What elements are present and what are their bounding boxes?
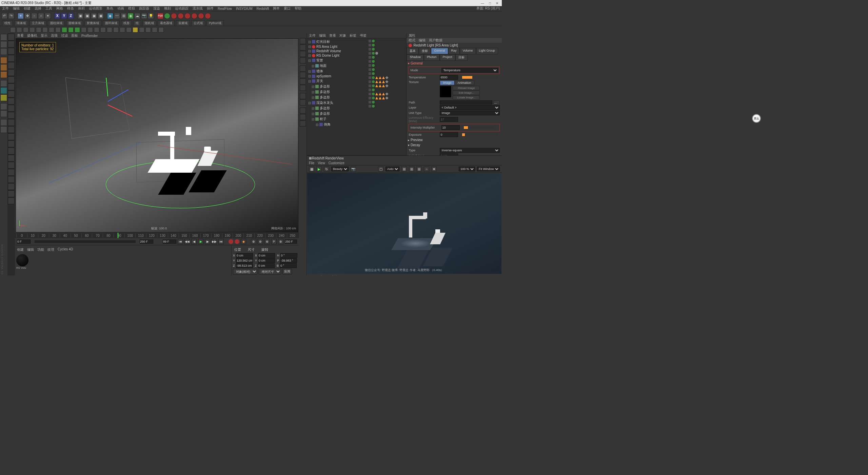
preview-header[interactable]: ▸ Preview: [408, 137, 500, 142]
mat-menu-编辑[interactable]: 编辑: [27, 247, 34, 252]
locked-workplane[interactable]: [0, 103, 7, 110]
s2[interactable]: [17, 27, 22, 33]
t14[interactable]: [8, 126, 15, 133]
opt7-button[interactable]: [205, 13, 211, 19]
camera-tool[interactable]: 📷: [141, 13, 147, 19]
vp-menu-显示[interactable]: 显示: [41, 33, 47, 38]
s4[interactable]: [29, 27, 35, 33]
t15[interactable]: [8, 133, 15, 140]
hier-item-2[interactable]: ⊟Redshift Volume: [308, 49, 367, 53]
prev-frame[interactable]: ◀: [191, 239, 197, 244]
s5[interactable]: [36, 27, 41, 33]
palette-圆锥体域[interactable]: 圆锥体域: [66, 20, 83, 26]
viewport-3d[interactable]: Number of emitters: 1 Total live particl…: [16, 38, 298, 232]
minimize-icon[interactable]: —: [481, 1, 484, 5]
temp-input[interactable]: [440, 75, 458, 80]
goto-start[interactable]: ⏮: [178, 239, 183, 244]
temp-slider[interactable]: [462, 76, 497, 79]
menu-工具[interactable]: 工具: [45, 6, 52, 11]
maximize-icon[interactable]: □: [489, 1, 491, 5]
menu-模拟[interactable]: 模拟: [128, 6, 135, 11]
decay-type-select[interactable]: Inverse-square: [440, 148, 500, 153]
palette-公式域[interactable]: 公式域: [191, 20, 205, 26]
t2[interactable]: [8, 41, 15, 48]
opt2-button[interactable]: [171, 13, 177, 19]
menu-网格[interactable]: 网格: [56, 6, 63, 11]
rv-crop[interactable]: ▢: [378, 166, 383, 172]
pla-key[interactable]: ⊕: [278, 239, 283, 244]
menu-文件[interactable]: 文件: [2, 6, 9, 11]
coord-apply[interactable]: 应用: [282, 269, 292, 274]
autokey[interactable]: [235, 239, 239, 244]
psr-button[interactable]: PSR: [157, 13, 163, 19]
tweak-mode[interactable]: [0, 119, 7, 126]
t6[interactable]: [8, 69, 15, 76]
menu-Redshift[interactable]: Redshift: [257, 7, 269, 11]
t1[interactable]: [8, 34, 15, 40]
s10[interactable]: [68, 27, 74, 33]
rv-snapshot[interactable]: 📷: [351, 166, 356, 172]
mat-menu-纹理[interactable]: 纹理: [47, 247, 54, 252]
hier-item-8[interactable]: ⊟开关: [308, 78, 367, 84]
vnav2[interactable]: [300, 44, 306, 51]
om-menu-查看[interactable]: 查看: [329, 33, 336, 38]
om-menu-标签[interactable]: 标签: [350, 33, 356, 38]
goto-prev-key[interactable]: ◀◀: [184, 239, 190, 244]
palette-随机域[interactable]: 随机域: [142, 20, 156, 26]
t21[interactable]: [8, 176, 15, 183]
coord-size-select[interactable]: 绝对尺寸: [259, 269, 281, 274]
rv-start[interactable]: ▶: [316, 166, 322, 172]
hier-item-3[interactable]: ⊟RS Dome Light: [308, 53, 367, 58]
menu-渲染[interactable]: 渲染: [153, 6, 160, 11]
vnav11[interactable]: [300, 108, 306, 114]
environment-tool[interactable]: ☁: [134, 13, 140, 19]
t7[interactable]: [8, 76, 15, 83]
goto-next-key[interactable]: ▶▶: [212, 239, 217, 244]
menu-窗口[interactable]: 窗口: [284, 6, 291, 11]
exposure-slider[interactable]: [462, 133, 497, 136]
s6[interactable]: [42, 27, 48, 33]
range-end[interactable]: [285, 240, 297, 244]
opt3-button[interactable]: [178, 13, 184, 19]
hier-item-4[interactable]: ⊟背景: [308, 58, 367, 63]
rv-aov-select[interactable]: Beauty: [331, 167, 349, 171]
snap-toggle[interactable]: [0, 94, 7, 101]
t24[interactable]: [8, 197, 15, 204]
s7[interactable]: [49, 27, 54, 33]
s11[interactable]: [75, 27, 80, 33]
t13[interactable]: [8, 119, 15, 126]
palette-立方体域[interactable]: 立方体域: [29, 20, 46, 26]
menu-编辑[interactable]: 编辑: [13, 6, 20, 11]
picture-viewer-button[interactable]: ▣: [98, 13, 104, 19]
palette-胶囊体域[interactable]: 胶囊体域: [84, 20, 101, 26]
vnav8[interactable]: [300, 85, 306, 91]
hier-item-13[interactable]: ⊟多边形: [308, 106, 367, 111]
menu-创建[interactable]: 创建: [24, 6, 31, 11]
vnav13[interactable]: [300, 120, 306, 127]
hier-item-15[interactable]: ⊟柜子: [308, 116, 367, 122]
s13[interactable]: [87, 27, 93, 33]
rv-auto[interactable]: Auto: [386, 167, 399, 171]
menu-脚本[interactable]: 脚本: [273, 6, 280, 11]
recent-tool[interactable]: ✦: [45, 13, 51, 19]
redo-button[interactable]: ↷: [8, 13, 14, 19]
vp-menu-面板[interactable]: 面板: [71, 33, 78, 38]
vnav10[interactable]: [300, 99, 306, 106]
enable-axis[interactable]: [0, 80, 7, 87]
opt1-button[interactable]: [164, 13, 170, 19]
live-select-tool[interactable]: ✦: [18, 13, 24, 19]
timeline-cursor[interactable]: [118, 233, 118, 238]
path-browse[interactable]: ...: [494, 100, 500, 104]
t23[interactable]: [8, 190, 15, 197]
t5[interactable]: [8, 62, 15, 69]
om-menu-编辑[interactable]: 编辑: [319, 33, 326, 38]
rv-refresh[interactable]: ↻: [324, 166, 329, 172]
vp-menu-摄像机[interactable]: 摄像机: [27, 33, 37, 38]
om-menu-书签[interactable]: 书签: [360, 33, 367, 38]
enable-snap[interactable]: [0, 126, 7, 133]
render-button[interactable]: ▣: [77, 13, 83, 19]
range-slider[interactable]: [35, 240, 136, 243]
general-header[interactable]: ▾ General: [408, 61, 500, 66]
hier-item-16[interactable]: ⊟倒角: [308, 122, 367, 127]
vnav12[interactable]: [300, 114, 306, 120]
